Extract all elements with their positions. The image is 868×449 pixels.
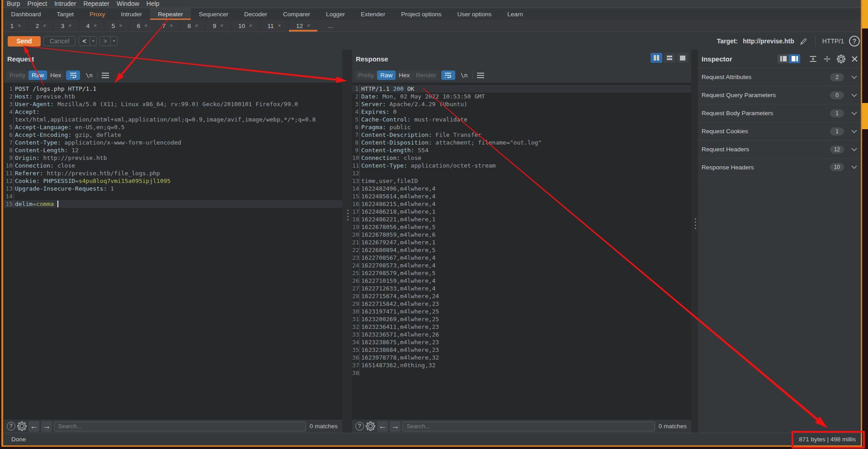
layout-rows-button[interactable]: [664, 53, 675, 63]
close-tab-icon[interactable]: ×: [18, 23, 21, 29]
cancel-button[interactable]: Cancel: [43, 36, 75, 46]
response-tab-render[interactable]: Render: [413, 70, 439, 80]
layout-columns-button[interactable]: [651, 53, 662, 63]
menu-repeater[interactable]: Repeater: [80, 0, 113, 8]
response-search-next-icon[interactable]: →: [390, 421, 401, 432]
request-search-settings-icon[interactable]: [17, 421, 27, 431]
back-button[interactable]: < ▼: [79, 36, 97, 46]
request-show-newlines-button[interactable]: \n: [83, 70, 95, 80]
response-search-help-icon[interactable]: ?: [355, 422, 364, 430]
layout-single-button[interactable]: [677, 53, 689, 63]
menu-help[interactable]: Help: [143, 0, 163, 8]
request-search-prev-icon[interactable]: ←: [28, 421, 39, 432]
inspector-close-icon[interactable]: [851, 56, 858, 62]
chevron-down-icon[interactable]: [851, 75, 857, 79]
inspector-section-request-body-parameters[interactable]: Request Body Parameters1: [698, 104, 861, 122]
inspector-section-request-headers[interactable]: Request Headers12: [698, 140, 861, 158]
tab-target[interactable]: Target: [49, 8, 82, 20]
repeater-tab-7[interactable]: 7×: [155, 20, 180, 32]
request-search-input[interactable]: [54, 421, 306, 431]
inspector-section-response-headers[interactable]: Response Headers10: [698, 158, 861, 176]
chevron-down-icon[interactable]: [851, 112, 857, 115]
repeater-tab-6[interactable]: 6×: [130, 20, 155, 32]
close-tab-icon[interactable]: ×: [119, 23, 122, 29]
chevron-down-icon[interactable]: [851, 148, 857, 151]
menu-project[interactable]: Project: [24, 0, 51, 8]
tab-proxy[interactable]: Proxy: [82, 8, 113, 20]
inspector-section-request-query-parameters[interactable]: Request Query Parameters0: [698, 86, 861, 104]
inspector-section-request-attributes[interactable]: Request Attributes2: [698, 68, 861, 86]
inspector-dock-left-button[interactable]: [778, 54, 789, 63]
response-tab-hex[interactable]: Hex: [396, 70, 413, 80]
response-panel: Response PrettyRawHexRender\n 1HTTP/1.1 …: [352, 50, 691, 433]
tab-intruder[interactable]: Intruder: [113, 8, 150, 20]
pencil-icon[interactable]: [799, 37, 808, 46]
close-tab-icon[interactable]: ×: [43, 23, 46, 29]
tab-user-options[interactable]: User options: [449, 8, 500, 20]
response-show-newlines-button[interactable]: \n: [458, 70, 471, 80]
tab-project-options[interactable]: Project options: [393, 8, 449, 20]
menu-burp[interactable]: Burp: [3, 0, 24, 8]
forward-dropdown-icon[interactable]: ▼: [110, 37, 117, 46]
inspector-section-label: Response Headers: [702, 164, 830, 171]
response-search-settings-icon[interactable]: [366, 421, 375, 431]
tab-decoder[interactable]: Decoder: [236, 8, 275, 20]
close-tab-icon[interactable]: ×: [278, 23, 281, 29]
collapse-all-icon[interactable]: [823, 55, 831, 63]
repeater-tab-11[interactable]: 11×: [260, 20, 289, 32]
request-search-help-icon[interactable]: ?: [7, 422, 15, 430]
help-icon[interactable]: ?: [849, 36, 860, 47]
close-tab-icon[interactable]: ×: [144, 23, 147, 29]
repeater-tab-10[interactable]: 10×: [231, 20, 260, 32]
repeater-tab-4[interactable]: 4×: [79, 20, 104, 32]
response-search-prev-icon[interactable]: ←: [377, 421, 388, 432]
tab-learn[interactable]: Learn: [500, 8, 531, 20]
tab-repeater[interactable]: Repeater: [150, 8, 191, 20]
response-menu-icon[interactable]: [475, 70, 486, 80]
close-tab-icon[interactable]: ×: [249, 23, 252, 29]
close-tab-icon[interactable]: ×: [68, 23, 71, 29]
repeater-tab-9[interactable]: 9×: [206, 20, 231, 32]
request-tab-pretty[interactable]: Pretty: [6, 70, 28, 80]
request-tab-hex[interactable]: Hex: [47, 70, 64, 80]
response-editor[interactable]: 1HTTP/1.1 200 OK2Date: Mon, 02 May 2022 …: [352, 83, 691, 420]
close-tab-icon[interactable]: ×: [94, 23, 97, 29]
inspector-dock-right-button[interactable]: [789, 54, 800, 63]
menu-window[interactable]: Window: [113, 0, 143, 8]
request-editor[interactable]: 1POST /logs.php HTTP/1.12Host: previse.h…: [4, 83, 342, 420]
close-tab-icon[interactable]: ×: [170, 23, 173, 29]
expand-all-icon[interactable]: [809, 55, 817, 63]
close-tab-icon[interactable]: ×: [195, 23, 198, 29]
close-tab-icon[interactable]: ×: [220, 23, 223, 29]
back-dropdown-icon[interactable]: ▼: [90, 37, 96, 46]
repeater-tab-8[interactable]: 8×: [180, 20, 206, 32]
tab-extender[interactable]: Extender: [353, 8, 393, 20]
close-tab-icon[interactable]: ×: [307, 23, 310, 29]
repeater-tab-2[interactable]: 2×: [28, 20, 54, 32]
inspector-section-request-cookies[interactable]: Request Cookies1: [698, 122, 861, 140]
request-wrap-button[interactable]: [66, 70, 80, 80]
chevron-down-icon[interactable]: [851, 94, 857, 97]
repeater-tab-1[interactable]: 1×: [3, 20, 28, 32]
request-search-next-icon[interactable]: →: [41, 421, 52, 432]
tab-sequencer[interactable]: Sequencer: [191, 8, 236, 20]
response-wrap-button[interactable]: [441, 70, 455, 80]
response-tab-pretty[interactable]: Pretty: [355, 70, 377, 80]
repeater-tab-5[interactable]: 5×: [104, 20, 130, 32]
repeater-tab-12[interactable]: 12×: [289, 20, 318, 32]
tab-comparer[interactable]: Comparer: [275, 8, 318, 20]
chevron-down-icon[interactable]: [851, 165, 857, 169]
tab-logger[interactable]: Logger: [318, 8, 353, 20]
send-button[interactable]: Send: [8, 36, 41, 47]
response-search-input[interactable]: [402, 421, 655, 431]
inspector-settings-icon[interactable]: [837, 55, 845, 63]
request-tab-raw[interactable]: Raw: [28, 70, 47, 80]
tab-dashboard[interactable]: Dashboard: [3, 8, 49, 20]
forward-button[interactable]: > ▼: [99, 36, 118, 46]
response-tab-raw[interactable]: Raw: [377, 70, 396, 80]
request-menu-icon[interactable]: [99, 70, 111, 80]
repeater-tab-3[interactable]: 3×: [54, 20, 79, 32]
menu-intruder[interactable]: Intruder: [51, 0, 80, 8]
repeater-tab-overflow[interactable]: ...: [318, 20, 343, 32]
chevron-down-icon[interactable]: [851, 130, 857, 133]
